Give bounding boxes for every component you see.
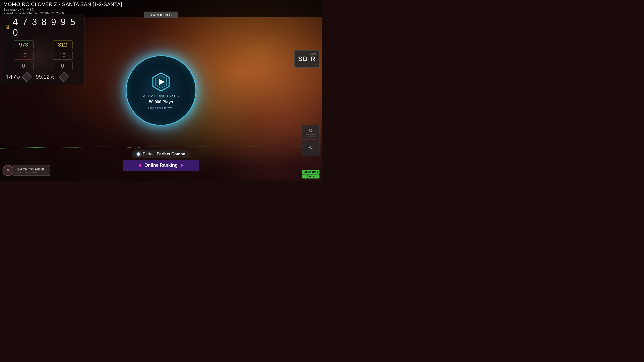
back-sublabel: CLICK OR BUTTON [17,171,46,173]
stats-grid: 973 312 13 10 0 0 [5,40,81,70]
accuracy-value: 99.12% [33,73,57,81]
combo-zero-stat: 0 [5,62,42,70]
good-stat: 312 [44,40,81,49]
bottom-stats-row: 1479 99.12% [5,73,81,81]
beatmap-info: Beatmap by A r M i N [4,8,318,11]
medal-popup[interactable]: MEDAL UNLOCKED 50,000 Plays You're here … [126,55,196,126]
combo-zero-value: 0 [14,62,34,70]
play-separator [306,152,316,152]
online-ranking-label: Online Ranking [144,163,178,168]
back-label: BACK TO MENU [17,167,46,171]
perfect-combo-text: Perfect Perfect Combo [143,152,185,156]
triangle-left-icon [138,163,141,168]
score-panel: ♛ 4 7 3 8 9 9 5 0 973 312 13 10 0 0 1479… [2,14,85,85]
diamond-icon-left [21,72,32,82]
retry-line2 [306,137,316,137]
fps-value: 288/288fps [302,170,319,174]
great-stat: 973 [5,40,42,49]
back-to-menu-button[interactable]: ✕ BACK TO MENU CLICK OR BUTTON [3,165,50,176]
triangle-right-icon [181,163,184,168]
crown-icon: ♛ [5,24,10,31]
perfect-combo-badge: Perfect Perfect Combo [132,150,190,158]
back-label-box: BACK TO MENU CLICK OR BUTTON [13,165,50,176]
play-icon: ↻ [309,145,313,151]
retry-button[interactable]: ↺ [302,125,319,140]
mod-dot: ● [298,63,316,65]
retry-separator [306,134,316,135]
diamond-icon-right [58,72,69,82]
fps-counter: 288/288fps 3.6ms [302,170,319,178]
online-ranking-button[interactable]: Online Ranking [123,160,199,171]
perfect-combo-dot [137,152,140,156]
bad-stat: 13 [5,51,42,60]
miss-top-value: 10 [53,51,73,60]
fps-ms: 3.6ms [302,174,319,178]
score-top-row: ♛ 4 7 3 8 9 9 5 0 [5,17,81,38]
play-button[interactable]: ↻ [302,141,319,156]
ranking-label: RANKING [144,12,178,18]
multiplier-label: 1.00x [298,53,316,55]
song-title: MOMOIRO CLOVER Z - SANTA SAN [1-2-SANTA] [4,2,318,7]
medal-unlocked-label: MEDAL UNLOCKED [142,94,180,98]
mod-badge: 1.00x SD R ● [294,50,319,68]
miss-bottom-stat: 0 [44,62,81,70]
bad-value: 13 [14,51,34,60]
medal-hexagon [151,72,171,92]
max-combo-value: 1479 [5,73,20,81]
medal-plays-label: 50,000 Plays [149,100,173,104]
good-value: 312 [53,40,73,49]
great-value: 973 [14,40,34,49]
score-value: 4 7 3 8 9 9 5 0 [13,17,81,38]
medal-circle: MEDAL UNLOCKED 50,000 Plays You're here … [126,55,196,126]
right-button-group: ↺ ↻ [302,125,319,156]
mod-label: SD R [298,55,316,63]
retry-icon: ↺ [309,127,313,133]
miss-top-stat: 10 [44,51,81,60]
miss-bottom-value: 0 [53,62,73,70]
medal-subtitle-label: You're here forever. [148,106,174,109]
close-icon[interactable]: ✕ [3,165,14,176]
